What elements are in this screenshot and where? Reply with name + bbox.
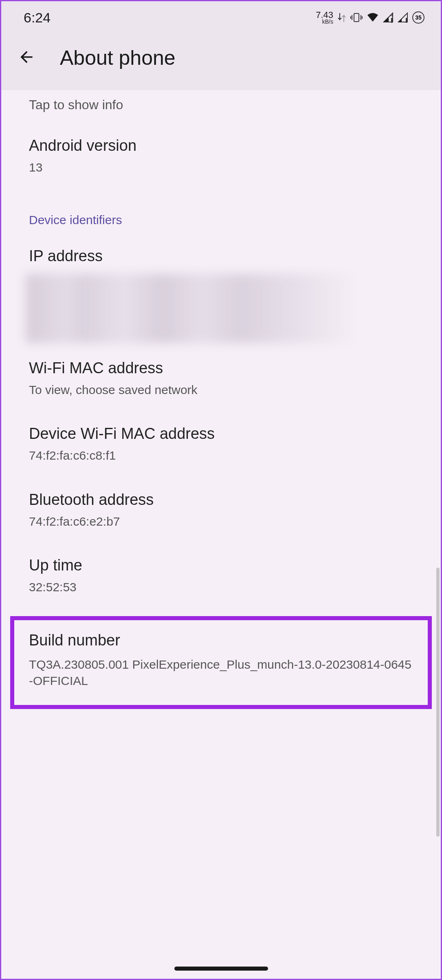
network-speed: 7.43 kB/s [316,11,333,24]
signal-icon-2 [398,12,408,23]
status-bar: 6:24 7.43 kB/s 4 35 [1,1,441,34]
wifi-mac-item[interactable]: Wi-Fi MAC address To view, choose saved … [1,347,441,413]
wifi-icon [367,13,379,22]
ip-address-title: IP address [29,247,413,265]
battery-icon: 35 [412,11,424,24]
ip-address-blurred [26,274,416,343]
device-wifi-mac-item[interactable]: Device Wi-Fi MAC address 74:f2:fa:c6:c8:… [1,413,441,479]
build-number-title: Build number [29,632,413,649]
page-title: About phone [60,46,176,70]
uptime-item[interactable]: Up time 32:52:53 [1,544,441,610]
svg-rect-2 [391,18,392,22]
android-version-item[interactable]: Android version 13 [1,125,441,191]
bluetooth-item[interactable]: Bluetooth address 74:f2:fa:c6:e2:b7 [1,479,441,545]
navigation-handle[interactable] [174,967,268,971]
ip-address-item[interactable]: IP address [1,235,441,274]
vibrate-icon [350,13,363,22]
device-wifi-mac-value: 74:f2:fa:c6:c8:f1 [29,447,413,464]
bluetooth-value: 74:f2:fa:c6:e2:b7 [29,513,413,530]
arrow-left-icon [18,48,35,66]
wifi-mac-title: Wi-Fi MAC address [29,359,413,377]
status-right: 7.43 kB/s 4 35 [316,11,424,24]
build-number-highlight: Build number TQ3A.230805.001 PixelExperi… [10,616,432,709]
uptime-title: Up time [29,557,413,574]
svg-rect-0 [354,13,359,22]
bluetooth-title: Bluetooth address [29,491,413,509]
build-number-item[interactable]: Build number TQ3A.230805.001 PixelExperi… [29,632,413,689]
signal-icon-1: 4 [383,12,394,23]
uptime-value: 32:52:53 [29,579,413,596]
android-version-title: Android version [29,137,413,154]
android-version-value: 13 [29,159,413,176]
scroll-indicator[interactable] [436,568,440,837]
wifi-mac-value: To view, choose saved network [29,382,413,399]
app-header: About phone [1,34,441,90]
device-wifi-mac-title: Device Wi-Fi MAC address [29,425,413,443]
svg-rect-4 [406,18,407,22]
back-button[interactable] [18,48,35,68]
device-identifiers-header: Device identifiers [1,191,441,235]
tap-info-text[interactable]: Tap to show info [1,97,441,125]
svg-text:4: 4 [390,13,393,18]
content-area[interactable]: Tap to show info Android version 13 Devi… [1,90,441,709]
build-number-value: TQ3A.230805.001 PixelExperience_Plus_mun… [29,656,413,689]
data-arrows-icon [337,12,346,23]
status-time: 6:24 [24,10,51,26]
